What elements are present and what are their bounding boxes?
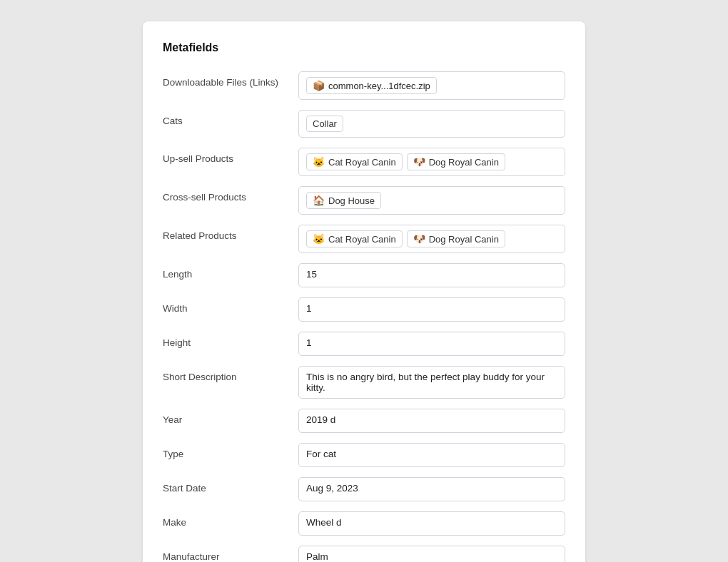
field-value-manufacturer: Palm xyxy=(298,546,565,562)
product-tag-label: Cat Royal Canin xyxy=(328,157,396,168)
product-tag-related-products-0: 🐱Cat Royal Canin xyxy=(306,230,403,247)
field-label-related-products: Related Products xyxy=(163,225,298,241)
metafields-card: Metafields Downloadable Files (Links)📦co… xyxy=(143,21,585,562)
field-row-short-description: Short DescriptionThis is no angry bird, … xyxy=(163,366,565,399)
field-value-crosssell-products: 🏠Dog House xyxy=(298,186,565,215)
field-row-year: Year2019 d xyxy=(163,409,565,433)
field-value-related-products: 🐱Cat Royal Canin🐶Dog Royal Canin xyxy=(298,225,565,253)
product-tag-upsell-products-0: 🐱Cat Royal Canin xyxy=(306,153,403,170)
field-row-length: Length15 xyxy=(163,263,565,287)
product-icon: 🐱 xyxy=(313,156,325,168)
field-value-type: For cat xyxy=(298,443,565,467)
file-icon: 📦 xyxy=(313,80,325,91)
field-label-height: Height xyxy=(163,332,298,348)
field-value-width: 1 xyxy=(298,297,565,322)
field-row-downloadable-files: Downloadable Files (Links)📦common-key...… xyxy=(163,71,565,100)
field-row-upsell-products: Up-sell Products🐱Cat Royal Canin🐶Dog Roy… xyxy=(163,148,565,176)
field-label-crosssell-products: Cross-sell Products xyxy=(163,186,298,203)
product-icon: 🐱 xyxy=(313,233,325,245)
product-icon: 🏠 xyxy=(313,195,325,206)
field-label-downloadable-files: Downloadable Files (Links) xyxy=(163,71,298,88)
product-tag-label: Dog Royal Canin xyxy=(429,157,499,168)
field-value-height: 1 xyxy=(298,332,565,356)
field-label-length: Length xyxy=(163,263,298,280)
field-label-year: Year xyxy=(163,409,298,425)
field-row-width: Width1 xyxy=(163,297,565,322)
field-row-height: Height1 xyxy=(163,332,565,356)
field-value-make: Wheel d xyxy=(298,511,565,536)
product-tag-upsell-products-1: 🐶Dog Royal Canin xyxy=(407,153,505,170)
product-tag-label: Cat Royal Canin xyxy=(328,234,396,245)
product-tag-label: Dog House xyxy=(328,195,375,206)
field-row-crosssell-products: Cross-sell Products🏠Dog House xyxy=(163,186,565,215)
field-value-year: 2019 d xyxy=(298,409,565,433)
product-tag-related-products-1: 🐶Dog Royal Canin xyxy=(407,230,505,247)
field-label-upsell-products: Up-sell Products xyxy=(163,148,298,164)
field-value-downloadable-files: 📦common-key...1dfcec.zip xyxy=(298,71,565,100)
field-label-short-description: Short Description xyxy=(163,366,298,382)
field-label-type: Type xyxy=(163,443,298,459)
field-value-upsell-products: 🐱Cat Royal Canin🐶Dog Royal Canin xyxy=(298,148,565,176)
product-tag-label: Dog Royal Canin xyxy=(429,234,499,245)
field-label-width: Width xyxy=(163,297,298,314)
field-row-type: TypeFor cat xyxy=(163,443,565,467)
field-label-cats: Cats xyxy=(163,110,298,126)
product-icon: 🐶 xyxy=(413,233,425,245)
field-value-short-description: This is no angry bird, but the perfect p… xyxy=(298,366,565,399)
card-title: Metafields xyxy=(163,41,565,54)
file-tag-downloadable-files: 📦common-key...1dfcec.zip xyxy=(306,77,437,94)
tag-cats: Collar xyxy=(306,116,343,132)
file-tag-label: common-key...1dfcec.zip xyxy=(328,81,430,91)
field-value-length: 15 xyxy=(298,263,565,287)
fields-container: Downloadable Files (Links)📦common-key...… xyxy=(163,71,565,562)
field-value-cats: Collar xyxy=(298,110,565,138)
field-label-manufacturer: Manufacturer xyxy=(163,546,298,562)
field-row-related-products: Related Products🐱Cat Royal Canin🐶Dog Roy… xyxy=(163,225,565,253)
product-icon: 🐶 xyxy=(413,156,425,168)
field-value-start-date: Aug 9, 2023 xyxy=(298,477,565,501)
field-row-manufacturer: ManufacturerPalm xyxy=(163,546,565,562)
field-row-make: MakeWheel d xyxy=(163,511,565,536)
field-label-start-date: Start Date xyxy=(163,477,298,494)
field-row-start-date: Start DateAug 9, 2023 xyxy=(163,477,565,501)
field-label-make: Make xyxy=(163,511,298,528)
product-tag-crosssell-products-0: 🏠Dog House xyxy=(306,192,381,209)
field-row-cats: CatsCollar xyxy=(163,110,565,138)
